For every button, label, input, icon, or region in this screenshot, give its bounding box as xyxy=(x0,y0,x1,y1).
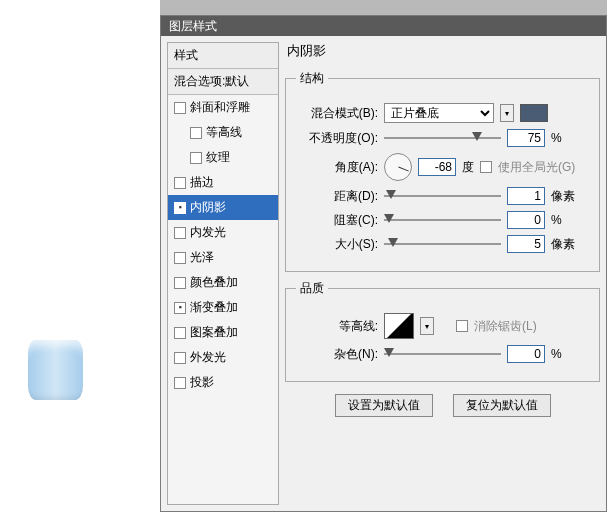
make-default-button[interactable]: 设置为默认值 xyxy=(335,394,433,417)
quality-group: 品质 等高线: ▾ 消除锯齿(L) 杂色(N): % xyxy=(285,280,600,382)
style-checkbox[interactable] xyxy=(190,127,202,139)
styles-header: 样式 xyxy=(168,43,278,69)
effect-settings: 内阴影 结构 混合模式(B): 正片叠底 ▾ 不透明度(O): % xyxy=(285,42,600,505)
style-item-label: 渐变叠加 xyxy=(190,299,238,316)
blend-mode-dropdown-icon[interactable]: ▾ xyxy=(500,104,514,122)
style-checkbox[interactable] xyxy=(174,277,186,289)
style-item-label: 斜面和浮雕 xyxy=(190,99,250,116)
distance-label: 距离(D): xyxy=(296,188,378,205)
size-label: 大小(S): xyxy=(296,236,378,253)
global-light-checkbox[interactable] xyxy=(480,161,492,173)
quality-legend: 品质 xyxy=(296,280,328,297)
style-item-1[interactable]: 等高线 xyxy=(168,120,278,145)
size-unit: 像素 xyxy=(551,236,589,253)
styles-panel: 样式 混合选项:默认 斜面和浮雕等高线纹理描边▪内阴影内发光光泽颜色叠加▪渐变叠… xyxy=(167,42,279,505)
angle-dial[interactable] xyxy=(384,153,412,181)
style-item-7[interactable]: 颜色叠加 xyxy=(168,270,278,295)
global-light-label: 使用全局光(G) xyxy=(498,159,575,176)
style-checkbox[interactable] xyxy=(174,177,186,189)
style-item-2[interactable]: 纹理 xyxy=(168,145,278,170)
style-item-8[interactable]: ▪渐变叠加 xyxy=(168,295,278,320)
contour-picker[interactable] xyxy=(384,313,414,339)
contour-dropdown-icon[interactable]: ▾ xyxy=(420,317,434,335)
style-item-6[interactable]: 光泽 xyxy=(168,245,278,270)
style-checkbox[interactable] xyxy=(174,327,186,339)
contour-label: 等高线: xyxy=(296,318,378,335)
choke-label: 阻塞(C): xyxy=(296,212,378,229)
structure-legend: 结构 xyxy=(296,70,328,87)
opacity-input[interactable] xyxy=(507,129,545,147)
style-item-label: 内发光 xyxy=(190,224,226,241)
noise-unit: % xyxy=(551,347,589,361)
reset-default-button[interactable]: 复位为默认值 xyxy=(453,394,551,417)
style-checkbox[interactable] xyxy=(174,352,186,364)
style-item-label: 颜色叠加 xyxy=(190,274,238,291)
style-item-11[interactable]: 投影 xyxy=(168,370,278,395)
angle-unit: 度 xyxy=(462,159,474,176)
choke-input[interactable] xyxy=(507,211,545,229)
noise-label: 杂色(N): xyxy=(296,346,378,363)
noise-slider[interactable] xyxy=(384,347,501,361)
style-checkbox[interactable] xyxy=(190,152,202,164)
blend-mode-label: 混合模式(B): xyxy=(296,105,378,122)
size-input[interactable] xyxy=(507,235,545,253)
dialog-title: 图层样式 xyxy=(169,19,217,33)
style-checkbox[interactable] xyxy=(174,102,186,114)
opacity-label: 不透明度(O): xyxy=(296,130,378,147)
structure-group: 结构 混合模式(B): 正片叠底 ▾ 不透明度(O): % 角度(A) xyxy=(285,70,600,272)
style-item-9[interactable]: 图案叠加 xyxy=(168,320,278,345)
distance-unit: 像素 xyxy=(551,188,589,205)
distance-slider[interactable] xyxy=(384,189,501,203)
layer-style-dialog: 图层样式 样式 混合选项:默认 斜面和浮雕等高线纹理描边▪内阴影内发光光泽颜色叠… xyxy=(160,15,607,512)
shadow-color-swatch[interactable] xyxy=(520,104,548,122)
angle-input[interactable] xyxy=(418,158,456,176)
style-checkbox[interactable] xyxy=(174,252,186,264)
canvas-area xyxy=(0,0,160,512)
angle-label: 角度(A): xyxy=(296,159,378,176)
style-item-label: 图案叠加 xyxy=(190,324,238,341)
dialog-titlebar[interactable]: 图层样式 xyxy=(161,16,606,36)
distance-input[interactable] xyxy=(507,187,545,205)
blend-options-defaults[interactable]: 混合选项:默认 xyxy=(168,69,278,95)
layer-shape xyxy=(28,340,83,400)
style-item-label: 投影 xyxy=(190,374,214,391)
style-checkbox[interactable]: ▪ xyxy=(174,302,186,314)
antialias-label: 消除锯齿(L) xyxy=(474,318,537,335)
antialias-checkbox[interactable] xyxy=(456,320,468,332)
effect-title: 内阴影 xyxy=(285,42,600,62)
style-item-label: 内阴影 xyxy=(190,199,226,216)
style-item-label: 描边 xyxy=(190,174,214,191)
style-item-5[interactable]: 内发光 xyxy=(168,220,278,245)
style-item-10[interactable]: 外发光 xyxy=(168,345,278,370)
opacity-unit: % xyxy=(551,131,589,145)
size-slider[interactable] xyxy=(384,237,501,251)
style-item-label: 外发光 xyxy=(190,349,226,366)
style-item-0[interactable]: 斜面和浮雕 xyxy=(168,95,278,120)
choke-slider[interactable] xyxy=(384,213,501,227)
choke-unit: % xyxy=(551,213,589,227)
opacity-slider[interactable] xyxy=(384,131,501,145)
style-item-label: 纹理 xyxy=(206,149,230,166)
blend-mode-select[interactable]: 正片叠底 xyxy=(384,103,494,123)
style-checkbox[interactable] xyxy=(174,377,186,389)
style-item-4[interactable]: ▪内阴影 xyxy=(168,195,278,220)
style-checkbox[interactable] xyxy=(174,227,186,239)
style-item-3[interactable]: 描边 xyxy=(168,170,278,195)
style-item-label: 光泽 xyxy=(190,249,214,266)
noise-input[interactable] xyxy=(507,345,545,363)
style-item-label: 等高线 xyxy=(206,124,242,141)
style-checkbox[interactable]: ▪ xyxy=(174,202,186,214)
